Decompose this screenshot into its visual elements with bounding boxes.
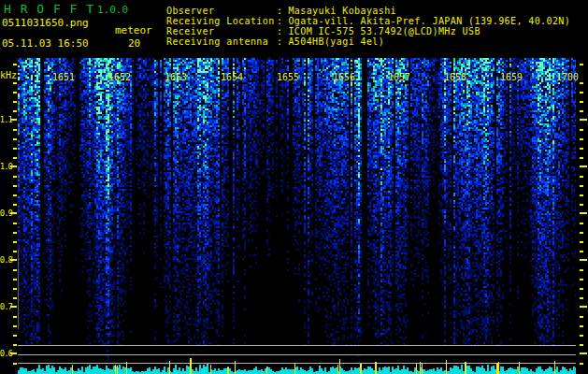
- freq-minor-tick-left: [13, 316, 17, 318]
- time-tick-label: 1653: [164, 73, 188, 82]
- freq-major-tick-left: [10, 165, 17, 167]
- freq-minor-tick-right: [580, 185, 583, 187]
- freq-minor-tick-left: [13, 279, 17, 280]
- time-tick-label: 1651: [51, 73, 76, 82]
- freq-major-tick-left: [10, 259, 17, 261]
- freq-minor-tick-right: [580, 157, 583, 159]
- freq-minor-tick-left: [13, 176, 17, 178]
- freq-minor-tick-left: [13, 335, 17, 337]
- freq-major-tick-left: [10, 306, 17, 308]
- freq-minor-tick-left: [13, 269, 17, 271]
- freq-minor-tick-right: [580, 344, 583, 346]
- freq-major-tick-right: [580, 259, 587, 261]
- freq-minor-tick-left: [13, 325, 17, 327]
- freq-minor-tick-left: [13, 129, 17, 131]
- freq-minor-tick-left: [13, 297, 17, 299]
- freq-minor-tick-right: [580, 335, 583, 337]
- freq-minor-tick-right: [580, 138, 583, 140]
- freq-minor-tick-right: [580, 232, 583, 234]
- freq-minor-tick-right: [580, 316, 583, 318]
- time-tick-label: 1654: [220, 73, 244, 82]
- freq-axis-unit-label: kHz: [0, 71, 17, 80]
- freq-minor-tick-left: [13, 138, 17, 140]
- freq-minor-tick-right: [580, 101, 583, 103]
- freq-major-tick-left: [10, 352, 17, 354]
- freq-major-tick-right: [580, 306, 587, 308]
- freq-major-tick-left: [10, 119, 17, 121]
- freq-minor-tick-right: [580, 279, 583, 280]
- freq-minor-tick-left: [13, 204, 17, 206]
- freq-minor-tick-left: [13, 185, 17, 187]
- freq-minor-tick-left: [13, 223, 17, 224]
- freq-minor-tick-left: [13, 82, 17, 84]
- freq-major-tick-right: [580, 212, 587, 214]
- freq-minor-tick-right: [580, 204, 583, 206]
- freq-minor-tick-left: [13, 363, 17, 365]
- freq-minor-tick-right: [580, 297, 583, 299]
- freq-minor-tick-right: [580, 269, 583, 271]
- freq-minor-tick-right: [580, 363, 583, 365]
- freq-minor-tick-left: [13, 251, 17, 252]
- freq-minor-tick-left: [13, 148, 17, 150]
- freq-minor-tick-left: [13, 92, 17, 94]
- freq-minor-tick-right: [580, 110, 583, 112]
- freq-major-tick-right: [580, 165, 587, 167]
- freq-minor-tick-left: [13, 232, 17, 234]
- freq-major-tick-right: [580, 352, 587, 354]
- freq-minor-tick-right: [580, 148, 583, 150]
- freq-minor-tick-right: [580, 176, 583, 178]
- freq-major-tick-left: [10, 212, 17, 214]
- freq-major-tick-right: [580, 119, 587, 121]
- freq-minor-tick-left: [13, 194, 17, 196]
- freq-minor-tick-left: [13, 157, 17, 159]
- freq-minor-tick-left: [13, 110, 17, 112]
- freq-minor-tick-left: [13, 288, 17, 290]
- time-tick-label: 1652: [108, 73, 132, 82]
- freq-minor-tick-right: [580, 288, 583, 290]
- freq-minor-tick-right: [580, 64, 583, 65]
- time-tick-label: 1656: [332, 73, 356, 82]
- freq-minor-tick-left: [13, 64, 17, 65]
- spectrogram-canvas: [18, 58, 576, 374]
- time-tick-label: 1659: [499, 73, 523, 82]
- time-tick-label: 1657: [387, 73, 411, 82]
- freq-minor-tick-right: [580, 194, 583, 196]
- time-tick-label: 1655: [276, 73, 300, 82]
- freq-minor-tick-left: [13, 101, 17, 103]
- freq-minor-tick-right: [580, 325, 583, 327]
- freq-minor-tick-right: [580, 223, 583, 224]
- freq-minor-tick-right: [580, 92, 583, 94]
- freq-minor-tick-right: [580, 82, 583, 84]
- time-tick-label: 1658: [443, 73, 467, 82]
- freq-minor-tick-left: [13, 241, 17, 243]
- freq-minor-tick-right: [580, 241, 583, 243]
- freq-minor-tick-right: [580, 129, 583, 131]
- time-tick-label: 1700: [555, 73, 580, 82]
- freq-minor-tick-right: [580, 251, 583, 252]
- freq-minor-tick-left: [13, 344, 17, 346]
- spectrogram-panel: kHz 1.11.00.90.80.70.6165116521653165416…: [0, 0, 588, 374]
